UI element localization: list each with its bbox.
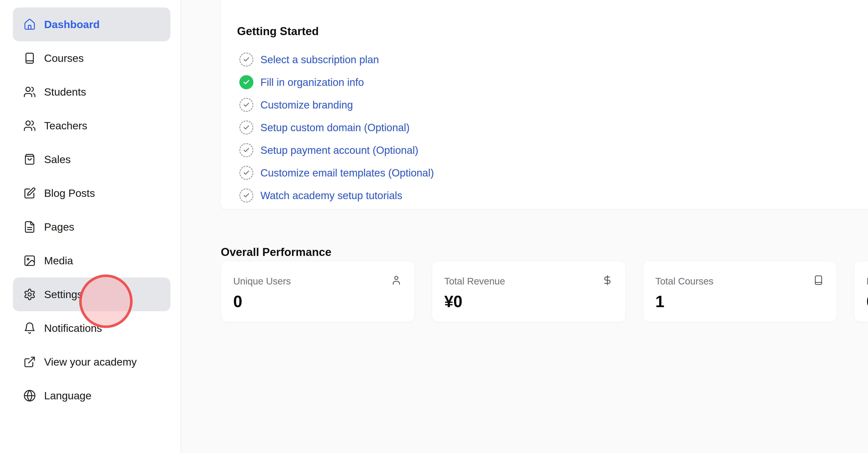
checklist-item-organization-info[interactable]: Fill in organization info [237, 71, 868, 93]
stat-label: Total Courses [655, 276, 824, 287]
sidebar-item-sales[interactable]: Sales [13, 142, 170, 176]
sidebar-item-blog-posts[interactable]: Blog Posts [13, 176, 170, 210]
sidebar-item-label: Sales [44, 153, 71, 166]
shopping-bag-icon [23, 153, 36, 166]
sidebar-item-label: Media [44, 254, 73, 267]
performance-cards: Unique Users 0 Total Revenue ¥0 Total Co… [221, 261, 868, 322]
sidebar-item-pages[interactable]: Pages [13, 210, 170, 244]
sidebar-item-language[interactable]: Language [13, 379, 170, 413]
book-icon [813, 275, 824, 286]
checklist-item-email-templates[interactable]: Customize email templates (Optional) [237, 162, 868, 184]
checklist-status-icon-done [239, 75, 253, 89]
checklist-status-icon [239, 143, 253, 157]
checklist-status-icon [239, 189, 253, 202]
stat-value: 0 [866, 292, 868, 311]
users-icon [23, 119, 36, 132]
sidebar-item-label: Teachers [44, 119, 87, 132]
checklist-item-label: Setup payment account (Optional) [260, 144, 418, 156]
sidebar-item-label: Courses [44, 52, 84, 64]
image-icon [23, 254, 36, 267]
external-link-icon [23, 356, 36, 368]
stat-card-total-revenue: Total Revenue ¥0 [432, 261, 626, 322]
stat-card-unique-users: Unique Users 0 [221, 261, 415, 322]
checklist-item-custom-domain[interactable]: Setup custom domain (Optional) [237, 116, 868, 139]
user-icon [391, 275, 402, 286]
sidebar-item-label: Language [44, 389, 91, 402]
home-icon [23, 18, 36, 31]
stat-card-total-courses: Total Courses 1 [643, 261, 837, 322]
sidebar-item-courses[interactable]: Courses [13, 41, 170, 75]
stat-value: 0 [233, 292, 402, 311]
stat-label: E [866, 276, 868, 287]
sidebar-item-teachers[interactable]: Teachers [13, 109, 170, 142]
sidebar-item-label: Notifications [44, 322, 102, 334]
sidebar-item-view-academy[interactable]: View your academy [13, 345, 170, 379]
checklist-item-label: Watch academy setup tutorials [260, 189, 402, 202]
checklist-status-icon [239, 166, 253, 180]
sidebar-item-settings[interactable]: Settings [13, 278, 170, 311]
main-content: Getting Started Select a subscription pl… [181, 0, 868, 453]
stat-value: 1 [655, 292, 824, 311]
checklist-item-label: Setup custom domain (Optional) [260, 121, 410, 134]
checklist-item-label: Customize email templates (Optional) [260, 167, 434, 179]
sidebar-item-students[interactable]: Students [13, 75, 170, 109]
book-icon [23, 52, 36, 64]
square-pen-icon [23, 187, 36, 200]
stat-card-clipped: E 0 [854, 261, 868, 322]
sidebar-item-label: Students [44, 86, 86, 98]
sidebar: Dashboard Courses Students Teachers Sale [0, 0, 181, 453]
sidebar-item-dashboard[interactable]: Dashboard [13, 7, 170, 41]
sidebar-item-notifications[interactable]: Notifications [13, 311, 170, 345]
getting-started-card: Getting Started Select a subscription pl… [221, 0, 868, 209]
checklist-status-icon [239, 53, 253, 66]
sidebar-item-label: View your academy [44, 356, 137, 368]
checklist-item-payment-account[interactable]: Setup payment account (Optional) [237, 139, 868, 162]
bell-icon [23, 322, 36, 335]
sidebar-item-media[interactable]: Media [13, 244, 170, 278]
checklist-item-customize-branding[interactable]: Customize branding [237, 93, 868, 116]
checklist-item-setup-tutorials[interactable]: Watch academy setup tutorials [237, 184, 868, 207]
gear-icon [23, 288, 36, 301]
getting-started-title: Getting Started [237, 25, 868, 38]
file-text-icon [23, 221, 36, 233]
overall-performance-title: Overall Performance [221, 245, 332, 259]
sidebar-item-label: Blog Posts [44, 187, 95, 199]
checklist-status-icon [239, 98, 253, 112]
users-icon [23, 86, 36, 98]
checklist-item-label: Customize branding [260, 99, 353, 111]
app-screen: Dashboard Courses Students Teachers Sale [0, 0, 868, 453]
checklist-item-subscription-plan[interactable]: Select a subscription plan [237, 48, 868, 71]
sidebar-item-label: Dashboard [44, 18, 100, 31]
sidebar-item-label: Pages [44, 221, 74, 233]
sidebar-item-label: Settings [44, 288, 83, 301]
checklist-item-label: Select a subscription plan [260, 53, 379, 66]
stat-label: Unique Users [233, 276, 402, 287]
getting-started-checklist: Select a subscription plan Fill in organ… [237, 48, 868, 207]
globe-icon [23, 389, 36, 402]
stat-value: ¥0 [444, 292, 613, 311]
stat-label: Total Revenue [444, 276, 613, 287]
checklist-status-icon [239, 120, 253, 135]
checklist-item-label: Fill in organization info [260, 76, 364, 88]
dollar-icon [602, 275, 613, 286]
